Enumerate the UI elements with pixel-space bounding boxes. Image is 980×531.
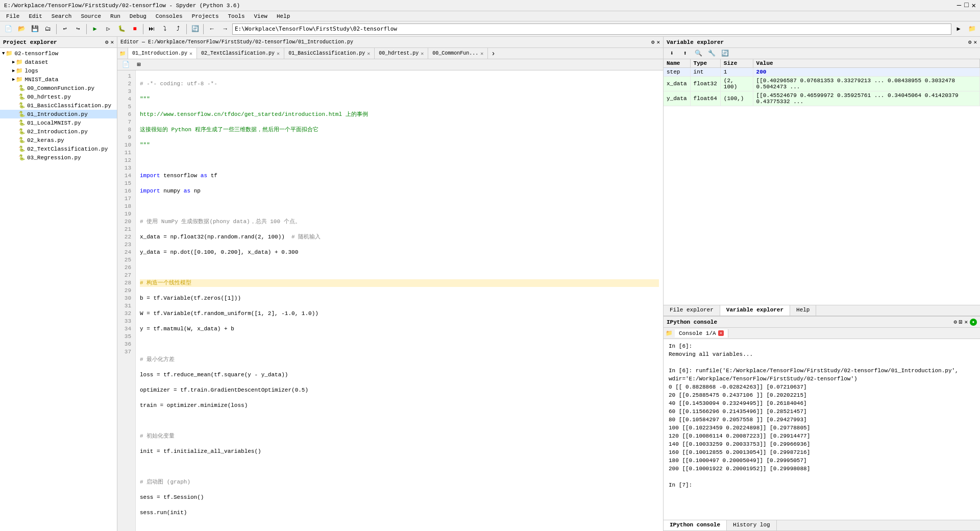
tab-help[interactable]: Help [790, 305, 816, 316]
console-tab-close[interactable]: ✕ [718, 330, 724, 336]
var-row-step[interactable]: step int 1 200 [664, 68, 980, 77]
menu-source[interactable]: Source [77, 12, 105, 20]
tree-container: ▼ 📁 02-tensorflow ▶ 📁 dataset ▶ 📁 logs ▶… [0, 48, 117, 531]
var-export-btn[interactable]: ⬆ [679, 47, 691, 60]
tree-local-mnist[interactable]: 🐍 01_LocalMNIST.py [0, 118, 117, 127]
var-close-btn[interactable]: ✕ [973, 39, 977, 45]
explorer-options-button[interactable]: ⚙ [105, 39, 109, 45]
open-file-button[interactable]: 📂 [15, 23, 28, 35]
tab-basicclass-close[interactable]: ✕ [367, 51, 370, 57]
menu-debug[interactable]: Debug [126, 12, 151, 20]
minimize-button[interactable]: — [957, 1, 961, 10]
step-into-button[interactable]: ⤵ [159, 23, 171, 35]
run-button[interactable]: ▶ [89, 23, 101, 35]
forward-button[interactable]: → [219, 23, 231, 35]
tree-common-func[interactable]: 🐍 00_CommonFunction.py [0, 84, 117, 92]
console-tab-1[interactable]: Console 1/A ✕ [675, 329, 728, 337]
menu-run[interactable]: Run [106, 12, 125, 20]
var-xdata-value: [[0.40296587 0.07681353 0.33279213 ... 0… [753, 77, 979, 91]
editor-close-button[interactable]: ✕ [656, 39, 660, 45]
step-over-button[interactable]: ⏭ [145, 23, 158, 35]
save-button[interactable]: 💾 [29, 23, 41, 35]
var-step-name: step [664, 68, 690, 77]
console-line-runfile: In [6]: runfile('E:/Workplace/TensorFlow… [669, 367, 975, 383]
var-row-xdata[interactable]: x_data float32 (2, 100) [[0.40296587 0.0… [664, 77, 980, 91]
console-content[interactable]: In [6]: Removing all variables... In [6]… [664, 339, 980, 520]
path-input[interactable]: E:\Workplace\TensorFlow\FirstStudy\02-te… [232, 23, 951, 35]
tree-intro2[interactable]: 🐍 02_Introduction.py [0, 127, 117, 136]
tree-keras[interactable]: 🐍 02_keras.py [0, 136, 117, 144]
ipython-close-btn[interactable]: ✕ [964, 319, 968, 326]
console-tab-folder-btn[interactable]: 📁 [664, 330, 675, 336]
var-search-btn[interactable]: 🔍 [692, 47, 704, 60]
tab-ipython-console[interactable]: IPython console [664, 520, 727, 530]
tree-dataset[interactable]: ▶ 📁 dataset [0, 58, 117, 66]
col-value: Value [753, 59, 979, 68]
menu-file[interactable]: File [2, 12, 23, 20]
editor-options-button[interactable]: ⚙ [651, 39, 655, 45]
tree-logs[interactable]: ▶ 📁 logs [0, 66, 117, 75]
path-browse-button[interactable]: 📁 [966, 23, 978, 35]
explorer-close-button[interactable]: ✕ [110, 39, 114, 45]
tab-hdrtest[interactable]: 00_hdrtest.py ✕ [375, 48, 428, 59]
menu-help[interactable]: Help [273, 12, 294, 20]
window-controls[interactable]: — □ ✕ [957, 1, 976, 10]
debug-button[interactable]: 🐛 [115, 23, 128, 35]
console-tab-label: Console 1/A [679, 330, 716, 336]
var-exclude-btn[interactable]: 🔧 [705, 47, 718, 60]
back-button[interactable]: ← [206, 23, 218, 35]
editor-new-btn[interactable]: 📄 [119, 59, 132, 71]
panel-header-controls: ⚙ ✕ [105, 39, 114, 45]
code-editor[interactable]: # -*- coding: utf-8 -*- """ http://www.t… [136, 70, 663, 531]
menu-search[interactable]: Search [47, 12, 76, 20]
new-file-button[interactable]: 📄 [2, 23, 14, 35]
tab-intro-close[interactable]: ✕ [189, 51, 192, 57]
save-all-button[interactable]: 🗂 [42, 23, 54, 35]
tab-more-button[interactable]: › [488, 48, 498, 59]
run-cell-button[interactable]: ▷ [102, 23, 114, 35]
tab-hdrtest-close[interactable]: ✕ [421, 51, 424, 57]
tree-text-class[interactable]: 🐍 02_TextClassification.py [0, 144, 117, 153]
step-out-button[interactable]: ⤴ [172, 23, 184, 35]
tab-commonfunc-label: 00_CommonFun... [432, 51, 478, 56]
close-button[interactable]: ✕ [972, 1, 976, 10]
tab-history-log[interactable]: History log [727, 520, 777, 530]
tab-commonfunc-close[interactable]: ✕ [480, 51, 483, 57]
var-options-btn[interactable]: ⚙ [968, 39, 972, 45]
undo-button[interactable]: ↩ [59, 23, 71, 35]
tree-basic-class[interactable]: 🐍 01_BasicClassification.py [0, 101, 117, 110]
tab-file-explorer[interactable]: File explorer [664, 305, 720, 316]
tab-textclass-close[interactable]: ✕ [277, 51, 280, 57]
menu-tools[interactable]: Tools [224, 12, 249, 20]
var-row-ydata[interactable]: y_data float64 (100,) [[0.45524679 0.465… [664, 91, 980, 106]
tab-commonfunc[interactable]: 00_CommonFun... ✕ [428, 48, 488, 59]
tree-introduction[interactable]: 🐍 01_Introduction.py [0, 110, 117, 118]
var-xdata-name: x_data [664, 77, 690, 91]
tab-basicclass[interactable]: 01_BasicClassification.py ✕ [284, 48, 375, 59]
tree-hdrtest[interactable]: 🐍 00_hdrtest.py [0, 92, 117, 101]
var-ydata-name: y_data [664, 91, 690, 106]
maximize-button[interactable]: □ [964, 1, 968, 10]
menu-consoles[interactable]: Consoles [152, 12, 187, 20]
editor-header-controls: ⚙ ✕ [651, 39, 660, 45]
redo-button[interactable]: ↪ [72, 23, 84, 35]
path-navigate-button[interactable]: ▶ [952, 23, 965, 35]
var-step-size: 1 [720, 68, 753, 77]
menu-view[interactable]: View [250, 12, 272, 20]
var-import-btn[interactable]: ⬇ [666, 47, 678, 60]
menu-edit[interactable]: Edit [24, 12, 46, 20]
console-out-80: 80 [[0.10584297 0.2057558 ]] [0.29427993… [669, 416, 975, 424]
ipython-options-btn[interactable]: ⚙ [953, 319, 957, 326]
tab-textclass[interactable]: 02_TextClassification.py ✕ [197, 48, 284, 59]
ipython-float-btn[interactable]: ⊡ [959, 319, 963, 326]
tab-variable-explorer[interactable]: Variable explorer [720, 305, 790, 316]
tree-mnist[interactable]: ▶ 📁 MNIST_data [0, 75, 117, 84]
stop-button[interactable]: ■ [129, 23, 141, 35]
refresh-button[interactable]: 🔄 [189, 23, 201, 35]
menu-projects[interactable]: Projects [188, 12, 223, 20]
editor-toggle-btn[interactable]: ⊞ [133, 59, 145, 71]
var-refresh-btn[interactable]: 🔄 [719, 47, 731, 60]
tree-root[interactable]: ▼ 📁 02-tensorflow [0, 49, 117, 58]
tab-introduction[interactable]: 01_Introduction.py ✕ [128, 48, 197, 59]
tree-regression[interactable]: 🐍 03_Regression.py [0, 153, 117, 162]
